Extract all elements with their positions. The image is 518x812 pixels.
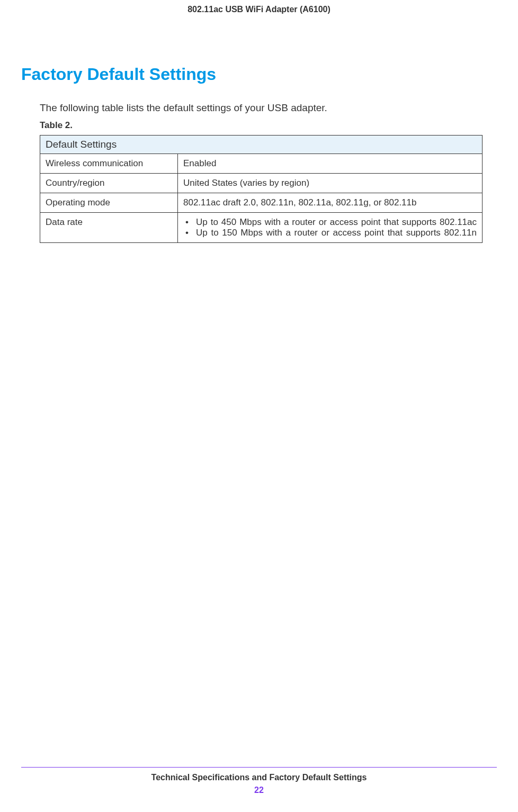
data-rate-list: Up to 450 Mbps with a router or access p… [183,217,477,238]
table-caption: Table 2. [40,120,518,131]
footer-divider [21,767,497,768]
setting-label: Data rate [40,213,178,243]
page-number: 22 [0,786,518,795]
page-footer: Technical Specifications and Factory Def… [0,767,518,795]
footer-title: Technical Specifications and Factory Def… [0,773,518,782]
setting-value: 802.11ac draft 2.0, 802.11n, 802.11a, 80… [178,193,483,213]
document-header: 802.11ac USB WiFi Adapter (A6100) [0,0,518,14]
setting-value: Up to 450 Mbps with a router or access p… [178,213,483,243]
table-row: Operating mode 802.11ac draft 2.0, 802.1… [40,193,483,213]
section-heading: Factory Default Settings [21,65,518,84]
setting-value: United States (varies by region) [178,174,483,193]
list-item: Up to 150 Mbps with a router or access p… [183,228,477,238]
table-header: Default Settings [40,136,483,154]
setting-label: Operating mode [40,193,178,213]
table-row: Data rate Up to 450 Mbps with a router o… [40,213,483,243]
table-row: Country/region United States (varies by … [40,174,483,193]
intro-paragraph: The following table lists the default se… [40,102,518,114]
setting-label: Country/region [40,174,178,193]
table-row: Wireless communication Enabled [40,154,483,174]
setting-value: Enabled [178,154,483,174]
list-item: Up to 450 Mbps with a router or access p… [183,217,477,228]
setting-label: Wireless communication [40,154,178,174]
default-settings-table: Default Settings Wireless communication … [40,135,483,243]
